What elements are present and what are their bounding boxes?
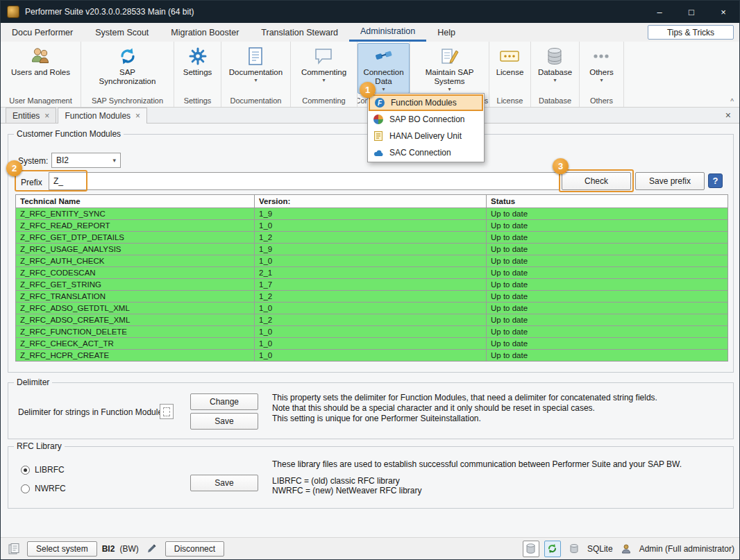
commenting-button[interactable]: Commenting ▾ — [297, 43, 351, 85]
menu-translation-steward[interactable]: Translation Steward — [250, 23, 349, 42]
cell-technical-name: Z_RFC_AUTH_CHECK — [16, 255, 255, 267]
group-title: RFC Library — [14, 441, 65, 451]
table-row[interactable]: Z_RFC_ADSO_CREATE_XML1_2Up to date — [16, 314, 728, 326]
users-and-roles-button[interactable]: Users and Roles — [7, 43, 74, 78]
ribbon-button-label: Commenting — [301, 68, 346, 77]
menu-help[interactable]: Help — [426, 23, 466, 42]
table-row[interactable]: Z_RFC_AUTH_CHECK1_0Up to date — [16, 255, 728, 267]
documentation-button[interactable]: Documentation ▾ — [225, 43, 287, 85]
menu-system-scout[interactable]: System Scout — [84, 23, 160, 42]
menu-bar: Docu Performer System Scout Migration Bo… — [1, 23, 739, 42]
delimiter-description-line1: This property sets the delimiter for Fun… — [272, 393, 657, 403]
rfc-description-line3: NWRFC = (new) NetWeaver RFC library — [272, 486, 421, 496]
rfc-library-group: RFC Library LIBRFC NWRFC Save These libr… — [8, 446, 734, 509]
menu-item-sap-bo-connection[interactable]: SAP BO Connection — [369, 111, 483, 128]
close-tab-icon[interactable]: × — [135, 111, 140, 121]
select-system-button[interactable]: Select system — [27, 541, 97, 557]
tab-label: Entities — [12, 111, 40, 121]
prefix-input[interactable]: Z_ — [49, 172, 560, 190]
ellipsis-icon — [590, 46, 612, 67]
save-rfc-library-button[interactable]: Save — [190, 475, 258, 491]
edit-connection-icon[interactable] — [144, 541, 160, 557]
cell-technical-name: Z_RFC_HCPR_CREATE — [16, 350, 255, 362]
sap-bo-icon — [373, 114, 384, 125]
cell-version: 1_0 — [255, 350, 487, 362]
close-button[interactable]: × — [707, 1, 739, 23]
connection-data-icon — [373, 46, 395, 67]
ribbon-group-others: Others ▾ Others — [580, 42, 624, 107]
prefix-label: Prefix — [21, 178, 42, 187]
nwrfc-radio[interactable] — [21, 484, 30, 493]
minimize-button[interactable]: – — [644, 1, 675, 23]
tips-and-tricks-button[interactable]: Tips & Tricks — [648, 25, 734, 40]
table-row[interactable]: Z_RFC_ENTITY_SYNC1_9Up to date — [16, 208, 728, 220]
license-button[interactable]: License — [492, 43, 528, 78]
database-button[interactable]: Database ▾ — [534, 43, 576, 85]
annotation-badge-3: 3 — [553, 158, 569, 174]
chevron-down-icon: ▾ — [322, 77, 325, 83]
save-prefix-button[interactable]: Save prefix — [635, 172, 705, 190]
report-icon[interactable] — [6, 541, 22, 557]
cell-version: 1_9 — [255, 244, 487, 255]
title-bar: Performer Suite v20.3.0.0.28533 Main (64… — [1, 1, 739, 23]
menu-item-sac-connection[interactable]: SAC Connection — [369, 144, 483, 161]
system-combobox[interactable]: BI2 ▾ — [51, 153, 121, 168]
cell-status: Up to date — [487, 314, 728, 326]
table-row[interactable]: Z_RFC_CODESCAN2_1Up to date — [16, 267, 728, 279]
maximize-button[interactable]: □ — [675, 1, 707, 23]
table-row[interactable]: Z_RFC_USAGE_ANALYSIS1_9Up to date — [16, 244, 728, 255]
help-icon[interactable]: ? — [708, 173, 723, 188]
column-header-status[interactable]: Status — [487, 195, 728, 208]
sap-synchronization-button[interactable]: SAP Synchronization — [87, 43, 168, 87]
logged-in-user-label[interactable]: Admin (Full administrator) — [639, 544, 734, 554]
cell-version: 1_7 — [255, 279, 487, 291]
table-row[interactable]: Z_RFC_FUNCTION_DELETE1_0Up to date — [16, 326, 728, 338]
change-delimiter-button[interactable]: Change — [190, 393, 258, 410]
column-header-technical-name[interactable]: Technical Name — [16, 195, 255, 208]
menu-item-function-modules[interactable]: F Function Modules — [369, 94, 483, 111]
group-title: Customer Function Modules — [14, 129, 124, 139]
connection-data-dropdown-menu: F Function Modules SAP BO Connection HAN… — [367, 93, 485, 162]
check-button[interactable]: Check — [562, 172, 631, 190]
settings-button[interactable]: Settings — [179, 43, 217, 78]
disconnect-button[interactable]: Disconnect — [165, 541, 224, 557]
collapse-ribbon-icon[interactable]: ^ — [730, 98, 734, 105]
menu-administration[interactable]: Administration — [349, 23, 426, 42]
hana-icon — [373, 130, 384, 142]
cell-technical-name: Z_RFC_GET_STRING — [16, 279, 255, 291]
close-tab-icon[interactable]: × — [44, 111, 49, 121]
save-delimiter-button[interactable]: Save — [190, 413, 258, 430]
menu-item-hana-delivery-unit[interactable]: HANA Delivery Unit — [369, 128, 483, 144]
maintain-sap-systems-button[interactable]: Maintain SAP Systems ▾ — [410, 43, 489, 94]
rfc-description-line2: LIBRFC = (old) classic RFC library — [272, 476, 400, 486]
cell-technical-name: Z_RFC_GET_DTP_DETAILS — [16, 232, 255, 244]
nwrfc-radio-row[interactable]: NWRFC — [21, 484, 66, 493]
table-row[interactable]: Z_RFC_READ_REPORT1_0Up to date — [16, 220, 728, 232]
table-row[interactable]: Z_RFC_TRANSLATION1_2Up to date — [16, 291, 728, 303]
table-row[interactable]: Z_RFC_HCPR_CREATE1_0Up to date — [16, 350, 728, 362]
table-row[interactable]: Z_RFC_GET_DTP_DETAILS1_2Up to date — [16, 232, 728, 244]
table-row[interactable]: Z_RFC_CHECK_ACT_TR1_0Up to date — [16, 338, 728, 350]
menu-docu-performer[interactable]: Docu Performer — [1, 23, 84, 42]
tab-function-modules[interactable]: Function Modules × — [58, 108, 147, 124]
delimiter-input[interactable] — [160, 404, 174, 419]
database-export-icon[interactable] — [523, 541, 539, 557]
others-button[interactable]: Others ▾ — [585, 43, 618, 85]
librfc-radio-row[interactable]: LIBRFC — [21, 465, 65, 475]
menu-migration-booster[interactable]: Migration Booster — [160, 23, 250, 42]
ribbon-group-label: User Management — [1, 94, 81, 107]
ribbon-group-label: Others — [580, 94, 623, 107]
ribbon-button-label: Settings — [183, 68, 212, 77]
librfc-radio[interactable] — [21, 466, 30, 475]
table-row[interactable]: Z_RFC_ADSO_GETDTL_XML1_0Up to date — [16, 303, 728, 314]
table-row[interactable]: Z_RFC_GET_STRING1_7Up to date — [16, 279, 728, 291]
column-header-version[interactable]: Version: — [255, 195, 487, 208]
ribbon-button-label: Users and Roles — [11, 68, 70, 77]
close-document-icon[interactable]: × — [725, 110, 731, 121]
cell-technical-name: Z_RFC_USAGE_ANALYSIS — [16, 244, 255, 255]
ribbon-button-label: License — [496, 68, 524, 77]
refresh-icon[interactable] — [544, 541, 561, 557]
tab-entities[interactable]: Entities × — [6, 108, 56, 123]
chevron-down-icon: ▾ — [382, 86, 385, 92]
license-icon — [498, 46, 521, 67]
